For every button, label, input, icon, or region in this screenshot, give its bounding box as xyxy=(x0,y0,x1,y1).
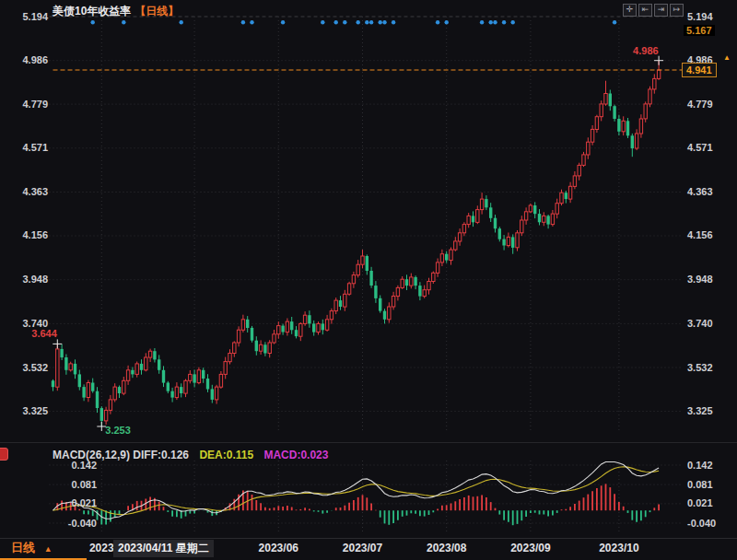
price-tick-right: 3.740 xyxy=(687,318,713,329)
macd-dea-value: DEA:0.115 xyxy=(199,449,253,461)
month-label: 2023/08 xyxy=(427,542,466,554)
price-tick-left: 4.571 xyxy=(6,142,48,153)
instrument-name: 美债10年收益率 xyxy=(53,5,131,18)
period-tab-label: 日线 xyxy=(11,541,35,554)
zoom-range-right-icon[interactable]: ⇥ xyxy=(654,4,668,17)
macd-tick-right: 0.142 xyxy=(687,460,713,471)
price-tick-left: 4.779 xyxy=(6,99,48,110)
month-label: 2023/07 xyxy=(343,542,382,554)
period-tab-daily[interactable]: 日线 ▲ xyxy=(0,540,87,560)
macd-params-diff: MACD(26,12,9) DIFF:0.126 xyxy=(53,449,189,461)
price-tick-left: 4.986 xyxy=(6,54,48,65)
price-tick-right: 5.194 xyxy=(687,11,713,22)
chart-toolbar: ✛⇤⇥↦ xyxy=(623,4,684,17)
upper-level-label: 5.167 xyxy=(684,25,715,36)
month-label: 2023/09 xyxy=(510,542,550,554)
macd-bar-value: MACD:0.023 xyxy=(263,449,328,461)
price-tick-right: 4.363 xyxy=(687,186,713,197)
price-tick-right: 3.948 xyxy=(687,274,713,285)
year-label: 2023 xyxy=(89,542,114,554)
extreme-value-label: 3.644 xyxy=(31,328,57,339)
macd-header: MACD(26,12,9) DIFF:0.126 DEA:0.115 MACD:… xyxy=(53,449,328,461)
extreme-value-label: 3.253 xyxy=(105,425,131,436)
price-tick-left: 3.532 xyxy=(6,362,48,373)
price-tick-right: 3.532 xyxy=(687,362,713,373)
current-price-badge: 4.941 xyxy=(682,63,717,77)
price-tick-left: 5.194 xyxy=(6,11,48,22)
price-tick-left: 3.948 xyxy=(6,274,48,285)
period-dropdown-arrow-icon: ▲ xyxy=(44,544,53,554)
chart-title: 美债10年收益率【日线】 xyxy=(53,4,179,19)
month-label: 2023/06 xyxy=(259,542,298,554)
month-label: 2023/10 xyxy=(599,542,638,554)
macd-tick-left: -0.040 xyxy=(54,518,97,529)
crosshair-date-box: 2023/04/11 星期二 xyxy=(113,540,214,557)
candlestick-chart[interactable] xyxy=(0,0,737,560)
price-up-arrow-icon: ▲ xyxy=(723,53,731,62)
macd-tick-left: 0.021 xyxy=(54,497,97,508)
extreme-value-label: 4.986 xyxy=(633,45,659,56)
price-tick-left: 3.325 xyxy=(6,405,48,416)
chart-app: 美债10年收益率【日线】 ✛⇤⇥↦ 5.1944.9864.7794.5714.… xyxy=(0,0,737,560)
period-tag: 【日线】 xyxy=(135,5,179,18)
price-tick-right: 4.156 xyxy=(687,229,713,240)
price-tick-right: 3.325 xyxy=(687,405,713,416)
price-tick-left: 3.740 xyxy=(6,318,48,329)
price-tick-left: 4.156 xyxy=(6,229,48,240)
macd-tick-left: 0.081 xyxy=(54,479,97,490)
crosshair-icon[interactable]: ✛ xyxy=(623,4,637,17)
jump-latest-icon[interactable]: ↦ xyxy=(670,4,684,17)
macd-tick-right: -0.040 xyxy=(687,518,716,529)
indicator-marker-icon[interactable] xyxy=(0,448,8,461)
macd-tick-right: 0.021 xyxy=(687,497,713,508)
price-tick-right: 4.571 xyxy=(687,142,713,153)
price-tick-left: 4.363 xyxy=(6,186,48,197)
macd-tick-right: 0.081 xyxy=(687,479,713,490)
zoom-range-left-icon[interactable]: ⇤ xyxy=(638,4,652,17)
price-tick-right: 4.779 xyxy=(687,99,713,110)
